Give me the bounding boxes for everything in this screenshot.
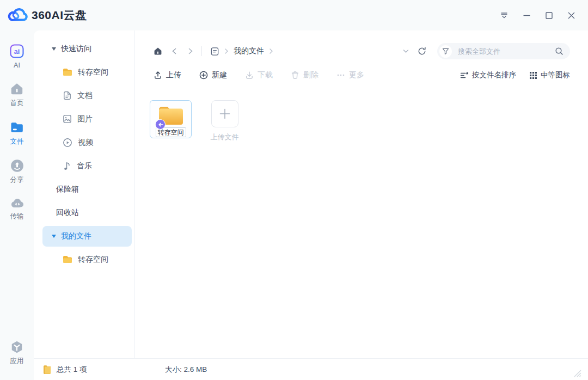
plus-circle-icon	[199, 71, 208, 79]
back-icon[interactable]	[171, 48, 177, 54]
search-icon[interactable]	[555, 47, 564, 56]
sidebar-item-transfer-space[interactable]: 转存空间	[34, 60, 134, 84]
folder-small-icon	[42, 364, 52, 375]
chevron-right-icon	[224, 48, 229, 54]
rail-label: 首页	[10, 99, 24, 108]
files-folder-icon	[10, 120, 24, 134]
button-label: 下载	[258, 70, 273, 80]
resize-grip[interactable]	[571, 366, 581, 377]
sidebar-item-pictures[interactable]: 图片	[34, 107, 134, 131]
rail-item-home[interactable]: 首页	[10, 82, 24, 108]
folder-tile-selected[interactable]: 转存空间	[150, 100, 192, 138]
rail-item-apps[interactable]: 应用	[10, 340, 24, 366]
sidebar-item-label: 图片	[77, 114, 93, 124]
filter-icon[interactable]	[439, 45, 452, 58]
sidebar-item-label: 音乐	[77, 161, 92, 171]
titlebar: 360AI云盘	[0, 0, 588, 30]
rail-label: 传输	[10, 212, 24, 221]
cloud-logo-icon	[7, 7, 28, 23]
sort-button[interactable]: 按文件名排序	[460, 70, 516, 80]
sidebar-item-label: 文档	[77, 91, 93, 101]
divider	[201, 46, 202, 56]
delete-button[interactable]: 删除	[291, 70, 318, 80]
section-label: 快速访问	[61, 44, 91, 54]
sidebar-item-my-files[interactable]: 我的文件	[42, 226, 132, 247]
upload-button[interactable]: 上传	[154, 70, 181, 80]
more-button[interactable]: 更多	[336, 70, 364, 80]
button-label: 新建	[212, 70, 227, 80]
toolbar: 上传 新建 下载	[154, 66, 570, 84]
new-button[interactable]: 新建	[199, 70, 227, 80]
chevron-down-icon[interactable]	[403, 49, 409, 53]
rail-item-ai[interactable]: ai AI	[9, 44, 24, 69]
sidebar-item-label: 保险箱	[56, 185, 79, 194]
status-size: 大小: 2.6 MB	[165, 365, 207, 375]
content-panel: 快速访问 转存空间 文档 图片	[34, 30, 588, 380]
app-title: 360AI云盘	[32, 8, 87, 23]
sidebar-item-my-files-transfer-space[interactable]: 转存空间	[34, 248, 134, 271]
rail-item-files[interactable]: 文件	[10, 120, 24, 146]
sidebar-item-music[interactable]: 音乐	[34, 154, 134, 177]
sidebar-item-videos[interactable]: 视频	[34, 131, 134, 154]
image-icon	[63, 114, 72, 124]
search-box[interactable]	[437, 43, 570, 59]
rail-item-share[interactable]: 分享	[10, 159, 24, 185]
sidebar-item-label: 转存空间	[78, 255, 108, 265]
maximize-icon[interactable]	[544, 10, 554, 20]
home-breadcrumb-icon[interactable]	[154, 47, 162, 56]
folder-icon	[63, 255, 72, 263]
home-icon	[10, 82, 24, 96]
folder-icon	[63, 68, 72, 76]
document-breadcrumb-icon[interactable]	[210, 47, 219, 56]
transfer-cloud-icon	[10, 197, 24, 209]
ellipsis-icon	[336, 71, 345, 79]
minimize-icon[interactable]	[522, 10, 531, 20]
button-label: 上传	[166, 70, 181, 80]
sidebar-item-label: 回收站	[56, 208, 79, 218]
sort-icon	[460, 71, 469, 79]
trash-icon	[291, 71, 299, 79]
refresh-icon[interactable]	[418, 47, 426, 56]
grid-icon	[529, 71, 537, 79]
view-mode-button[interactable]: 中等图标	[529, 70, 570, 80]
sidebar: 快速访问 转存空间 文档 图片	[34, 30, 135, 358]
rail-item-transfer[interactable]: 传输	[10, 197, 24, 221]
left-rail: ai AI 首页 文件 分享 传输	[0, 30, 34, 380]
chevron-right-icon	[269, 48, 273, 54]
share-icon	[10, 159, 24, 173]
chevron-down-icon[interactable]	[52, 235, 56, 238]
rail-label: 文件	[10, 137, 24, 146]
upload-icon	[154, 71, 162, 79]
ai-icon: ai	[9, 44, 24, 59]
download-button[interactable]: 下载	[245, 70, 273, 80]
search-input[interactable]	[458, 47, 555, 56]
upload-tile-label: 上传文件	[211, 132, 239, 142]
forward-icon[interactable]	[187, 48, 193, 54]
rail-label: 分享	[10, 175, 24, 185]
download-icon	[245, 71, 254, 79]
main-area: 我的文件	[135, 30, 588, 358]
chevron-down-icon[interactable]	[52, 47, 56, 51]
button-label: 更多	[349, 70, 364, 80]
tray-icon[interactable]	[499, 10, 509, 20]
status-total: 总共 1 项	[57, 365, 87, 375]
button-label: 按文件名排序	[472, 70, 516, 80]
sidebar-section-quick-access[interactable]: 快速访问	[34, 37, 134, 60]
sidebar-item-recycle-bin[interactable]: 回收站	[34, 201, 134, 224]
sidebar-item-label: 视频	[78, 138, 93, 148]
sidebar-item-label: 我的文件	[61, 231, 91, 241]
music-icon	[63, 161, 71, 170]
sidebar-item-label: 转存空间	[78, 68, 108, 77]
plus-icon[interactable]	[211, 100, 238, 127]
sidebar-item-my-files-wrap: 我的文件	[34, 224, 134, 248]
button-label: 删除	[303, 70, 318, 80]
close-icon[interactable]	[566, 10, 576, 20]
document-icon	[63, 91, 72, 100]
sidebar-item-safebox[interactable]: 保险箱	[34, 177, 134, 201]
apps-hexagon-icon	[10, 340, 23, 354]
sidebar-item-documents[interactable]: 文档	[34, 84, 134, 107]
breadcrumb: 我的文件	[154, 42, 570, 60]
breadcrumb-current[interactable]: 我的文件	[234, 46, 264, 56]
rail-label: 应用	[10, 357, 24, 366]
upload-file-tile[interactable]: 上传文件	[204, 100, 246, 142]
